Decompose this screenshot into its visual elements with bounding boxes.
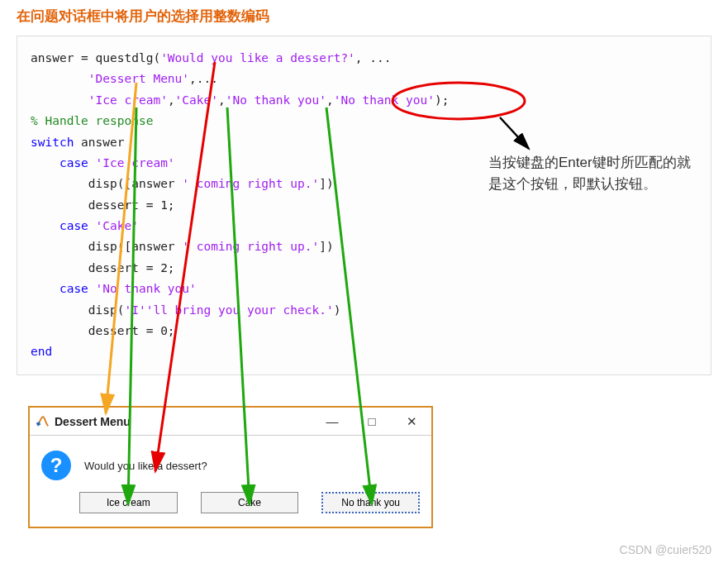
code-text: dessert = 2; [31, 261, 175, 274]
question-icon: ? [41, 451, 71, 480]
code-text: , [168, 93, 175, 107]
code-text: ) [334, 303, 341, 317]
dialog-message: Would you like a dessert? [84, 460, 207, 472]
dialog-title: Dessert Menu [55, 415, 131, 428]
code-string: 'Dessert Menu' [88, 72, 189, 85]
watermark: CSDN @cuier520 [620, 543, 711, 556]
code-keyword: switch [31, 136, 74, 149]
code-keyword: case [31, 219, 88, 232]
code-text: ]) [319, 177, 333, 190]
code-text: , [326, 93, 334, 107]
code-text: answer [74, 136, 124, 149]
code-text: ,... [189, 72, 218, 85]
dialog-body: ? Would you like a dessert? [30, 436, 431, 487]
code-text: answer = questdlg( [31, 51, 160, 64]
cake-button[interactable]: Cake [201, 492, 299, 513]
code-keyword: end [31, 345, 52, 358]
window-controls: — □ ✕ [312, 408, 431, 436]
annotation-text: 当按键盘的Enter键时所匹配的就是这个按钮，即默认按钮。 [488, 152, 703, 196]
code-text: , ... [355, 51, 392, 64]
code-block: answer = questdlg('Would you like a dess… [17, 36, 711, 375]
code-text: ]) [319, 240, 333, 253]
no-thank-you-button[interactable]: No thank you [321, 492, 420, 513]
code-text: dessert = 0; [31, 324, 175, 337]
code-string: 'No thank you' [88, 282, 197, 295]
dialog-window: Dessert Menu — □ ✕ ? Would you like a de… [28, 406, 433, 528]
matlab-icon [35, 414, 50, 429]
code-text: disp([answer [31, 240, 182, 253]
code-text: disp([answer [31, 177, 182, 190]
minimize-button[interactable]: — [312, 408, 352, 436]
code-keyword: case [31, 156, 88, 169]
code-text [31, 93, 88, 107]
code-string: 'Ice cream' [88, 156, 175, 169]
code-string: 'I''ll bring you your check.' [125, 303, 334, 317]
code-string: 'Cake' [175, 93, 218, 107]
ice-cream-button[interactable]: Ice cream [79, 492, 178, 513]
code-string: 'No thank you' [334, 93, 435, 107]
code-string: 'No thank you' [226, 93, 326, 107]
code-string: 'Would you like a dessert?' [160, 51, 355, 64]
code-keyword: case [31, 282, 88, 295]
code-string: 'Ice cream' [88, 93, 168, 107]
code-text: disp( [31, 303, 125, 317]
code-string: ' coming right up.' [182, 177, 319, 190]
close-button[interactable]: ✕ [392, 408, 431, 436]
code-text: ); [435, 93, 449, 107]
code-string: 'Cake' [88, 219, 139, 232]
code-string: ' coming right up.' [182, 240, 319, 253]
code-text [31, 72, 88, 85]
dialog-button-row: Ice cream Cake No thank you [30, 487, 431, 527]
code-text: , [218, 93, 226, 107]
code-text: dessert = 1; [31, 198, 175, 212]
code-comment: % Handle response [31, 114, 153, 127]
dialog-titlebar: Dessert Menu — □ ✕ [30, 408, 431, 436]
section-heading: 在问题对话框中将用户的选择用整数编码 [17, 7, 711, 26]
maximize-button[interactable]: □ [352, 408, 392, 436]
